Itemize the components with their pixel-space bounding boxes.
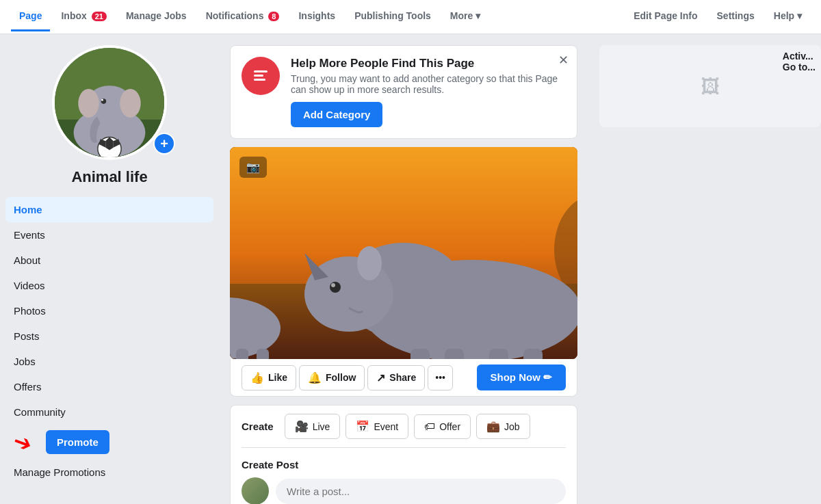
svg-point-4: [78, 89, 99, 118]
add-photo-button[interactable]: +: [153, 133, 175, 155]
post-tools: Create 🎥 Live 📅 Event 🏷 Offer 💼 Job: [230, 405, 577, 504]
top-nav: Page Inbox 21 Manage Jobs Notifications …: [0, 0, 821, 34]
close-banner-button[interactable]: ✕: [558, 54, 569, 66]
banner-description: Trung, you may want to add another categ…: [291, 73, 566, 95]
sidebar-item-home[interactable]: Home: [5, 197, 213, 222]
profile-pic-inner: [55, 48, 164, 157]
promote-button[interactable]: Promote: [46, 430, 109, 454]
nav-item-page[interactable]: Page: [11, 2, 50, 31]
rhino-illustration: [230, 147, 577, 359]
job-button[interactable]: 💼 Job: [476, 414, 530, 439]
share-icon: ↗: [376, 371, 385, 384]
right-panel-content: 🖼 Activ...Go to...: [599, 45, 821, 127]
rhino-scene: [230, 147, 577, 359]
svg-rect-33: [236, 349, 248, 359]
sidebar-item-videos[interactable]: Videos: [5, 273, 213, 298]
svg-point-5: [120, 89, 140, 118]
nav-item-inbox[interactable]: Inbox 21: [53, 2, 114, 31]
cover-camera-icon[interactable]: 📷: [239, 157, 267, 178]
event-icon: 📅: [356, 420, 369, 433]
post-input[interactable]: [276, 479, 566, 504]
nav-item-help[interactable]: Help ▾: [766, 2, 810, 31]
nav-item-publishing-tools[interactable]: Publishing Tools: [346, 2, 439, 31]
sidebar-navigation: Home Events About Videos Photos Posts Jo…: [5, 197, 213, 425]
sidebar-item-posts[interactable]: Posts: [5, 323, 213, 349]
svg-rect-9: [254, 70, 268, 72]
sidebar: + Animal life Home Events About Videos P…: [0, 34, 219, 504]
follow-button[interactable]: 🔔 Follow: [299, 365, 365, 390]
post-tools-top: Create 🎥 Live 📅 Event 🏷 Offer 💼 Job: [242, 414, 566, 448]
like-button[interactable]: 👍 Like: [242, 365, 296, 390]
manage-promotions-link[interactable]: Manage Promotions: [5, 460, 213, 485]
svg-rect-10: [254, 75, 263, 77]
offer-button[interactable]: 🏷 Offer: [414, 414, 471, 439]
nav-item-more[interactable]: More ▾: [442, 2, 488, 31]
sidebar-item-community[interactable]: Community: [5, 399, 213, 425]
sidebar-item-offers[interactable]: Offers: [5, 374, 213, 399]
svg-rect-34: [257, 349, 269, 359]
nav-item-insights[interactable]: Insights: [290, 2, 343, 31]
banner-title: Help More People Find This Page: [291, 57, 566, 70]
event-button[interactable]: 📅 Event: [346, 414, 408, 439]
svg-point-19: [357, 246, 382, 280]
banner-text: Help More People Find This Page Trung, y…: [291, 57, 566, 127]
profile-pic-wrapper: +: [5, 45, 213, 160]
cover-photo: 📷: [230, 147, 577, 359]
svg-rect-24: [489, 349, 508, 359]
share-button[interactable]: ↗ Share: [367, 365, 425, 390]
svg-rect-23: [445, 349, 464, 359]
svg-point-21: [331, 283, 335, 287]
red-arrow-icon: ➔: [10, 427, 36, 457]
sidebar-item-jobs[interactable]: Jobs: [5, 349, 213, 374]
notification-banner: Help More People Find This Page Trung, y…: [230, 45, 577, 139]
banner-icon-svg: [251, 66, 270, 85]
profile-pic: [52, 45, 167, 160]
nav-item-notifications[interactable]: Notifications 8: [198, 2, 288, 31]
sidebar-item-about[interactable]: About: [5, 248, 213, 273]
job-icon: 💼: [486, 420, 500, 433]
right-panel-icon: 🖼: [701, 75, 720, 98]
like-icon: 👍: [250, 371, 264, 384]
elephant-illustration: [55, 48, 164, 157]
live-button[interactable]: 🎥 Live: [285, 414, 341, 439]
inbox-badge: 21: [92, 12, 107, 21]
shop-now-button[interactable]: Shop Now ✏: [477, 364, 566, 390]
create-label: Create: [242, 421, 274, 432]
follow-icon: 🔔: [308, 371, 322, 384]
sidebar-item-photos[interactable]: Photos: [5, 298, 213, 323]
svg-rect-11: [254, 79, 265, 81]
action-bar: 👍 Like 🔔 Follow ↗ Share ••• Shop Now ✏: [230, 359, 577, 397]
sidebar-item-events[interactable]: Events: [5, 222, 213, 248]
create-post-input-row: [242, 477, 566, 504]
create-post-header: Create Post: [242, 459, 566, 470]
live-icon: 🎥: [295, 420, 309, 433]
svg-rect-25: [523, 349, 543, 359]
more-actions-button[interactable]: •••: [428, 365, 453, 390]
nav-right: Edit Page Info Settings Help ▾: [625, 2, 810, 31]
action-buttons-left: 👍 Like 🔔 Follow ↗ Share •••: [242, 365, 453, 390]
create-post: Create Post: [242, 456, 566, 504]
notifications-badge: 8: [268, 12, 279, 21]
main-content: Help More People Find This Page Trung, y…: [219, 34, 588, 504]
page-name: Animal life: [5, 168, 213, 186]
nav-items: Page Inbox 21 Manage Jobs Notifications …: [11, 2, 625, 31]
nav-item-edit-page-info[interactable]: Edit Page Info: [625, 2, 705, 31]
right-panel: 🖼 Activ...Go to...: [588, 34, 821, 504]
user-avatar: [242, 477, 269, 504]
svg-rect-22: [410, 349, 430, 359]
banner-icon: [242, 57, 280, 95]
nav-item-manage-jobs[interactable]: Manage Jobs: [118, 2, 195, 31]
svg-point-7: [101, 99, 103, 101]
promote-arrow-container: ➔ Promote: [5, 425, 213, 460]
add-category-button[interactable]: Add Category: [291, 102, 382, 127]
offer-icon: 🏷: [424, 421, 435, 433]
svg-point-20: [330, 282, 341, 293]
right-panel-text: Activ...Go to...: [783, 51, 816, 72]
nav-item-settings[interactable]: Settings: [709, 2, 763, 31]
page-layout: + Animal life Home Events About Videos P…: [0, 34, 821, 504]
